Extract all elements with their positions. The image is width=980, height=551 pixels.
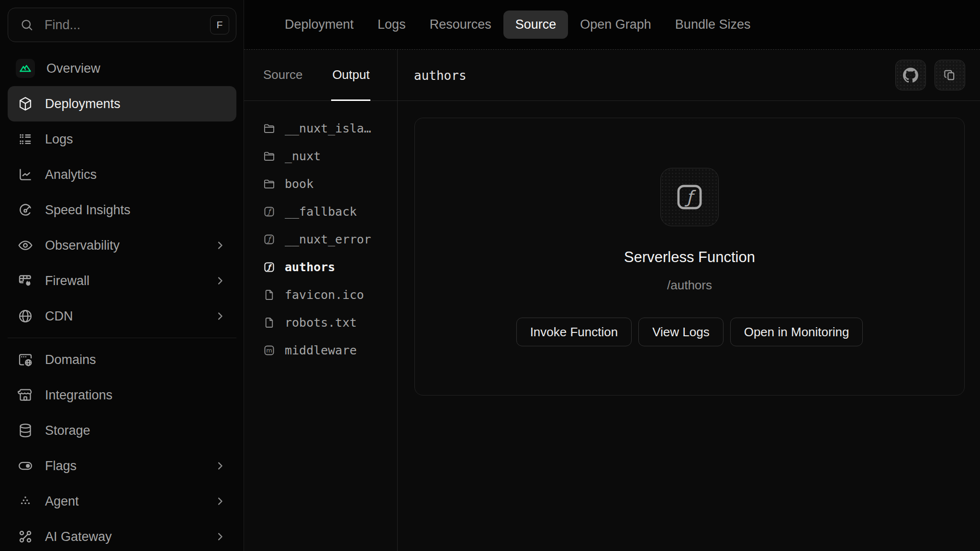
tree-item-name: favicon.ico — [285, 288, 364, 302]
sidebar-item-cdn[interactable]: CDN — [8, 298, 236, 334]
tree-item-name: _nuxt — [285, 149, 321, 163]
sidebar-item-label: Firewall — [45, 274, 89, 288]
chevron-right-icon — [213, 530, 227, 543]
function-icon: ƒ — [263, 233, 276, 246]
chevron-right-icon — [213, 495, 227, 508]
tree-item-middleware[interactable]: m middleware — [244, 336, 397, 364]
sidebar-nav: Overview Deployments Logs Analytics — [0, 51, 244, 551]
search-input[interactable] — [45, 18, 210, 33]
chevron-right-icon — [213, 274, 227, 287]
function-path: /authors — [667, 278, 712, 293]
github-icon — [903, 67, 918, 83]
tree-item-file[interactable]: robots.txt — [244, 309, 397, 336]
tree-item-file[interactable]: favicon.ico — [244, 281, 397, 309]
tree-item-name: __nuxt_isla… — [285, 121, 371, 135]
sidebar-item-agent[interactable]: Agent — [8, 484, 236, 519]
tree-item-function[interactable]: ƒ __fallback — [244, 198, 397, 225]
sidebar-item-label: Flags — [45, 459, 77, 474]
deployment-top-nav: Deployment Logs Resources Source Open Gr… — [244, 0, 980, 50]
tab-open-graph[interactable]: Open Graph — [568, 11, 663, 39]
globe-icon — [17, 308, 33, 324]
folder-icon — [263, 122, 276, 135]
view-logs-button[interactable]: View Logs — [638, 318, 724, 346]
search-icon — [20, 18, 34, 32]
svg-text:ƒ: ƒ — [267, 263, 272, 271]
tree-item-name: authors — [285, 260, 335, 274]
cube-icon — [17, 96, 33, 112]
sidebar-item-observability[interactable]: Observability — [8, 228, 236, 263]
tree-item-function-selected[interactable]: ƒ authors — [244, 253, 397, 281]
sidebar-item-speed-insights[interactable]: Speed Insights — [8, 192, 236, 228]
logs-icon — [17, 131, 33, 147]
selected-file-title: authors — [414, 50, 467, 101]
tab-source[interactable]: Source — [503, 11, 568, 39]
tree-item-name: __fallback — [285, 205, 357, 219]
sidebar-item-analytics[interactable]: Analytics — [8, 157, 236, 192]
sidebar-item-label: Analytics — [45, 167, 97, 182]
folder-icon — [263, 150, 276, 163]
tab-bundle-sizes[interactable]: Bundle Sizes — [663, 11, 763, 39]
tree-item-function[interactable]: ƒ __nuxt_error — [244, 225, 397, 253]
flags-toggle-icon — [17, 458, 33, 474]
browser-globe-icon — [17, 352, 33, 368]
database-icon — [17, 422, 33, 439]
source-panel-header: Source Output authors — [244, 50, 980, 101]
chevron-right-icon — [213, 459, 227, 473]
tab-deployment[interactable]: Deployment — [273, 11, 366, 39]
function-actions: Invoke Function View Logs Open in Monito… — [516, 318, 863, 346]
shortcut-badge: F — [210, 15, 229, 34]
tree-item-name: __nuxt_error — [285, 232, 371, 246]
chevron-right-icon — [213, 309, 227, 323]
svg-text:ƒ: ƒ — [684, 187, 696, 207]
tree-item-name: middleware — [285, 343, 357, 357]
tab-resources[interactable]: Resources — [418, 11, 503, 39]
tree-item-folder[interactable]: _nuxt — [244, 142, 397, 170]
svg-text:m: m — [266, 347, 272, 354]
invoke-function-button[interactable]: Invoke Function — [516, 318, 632, 346]
source-output-tabs: Source Output — [262, 50, 370, 101]
sidebar-item-label: Integrations — [45, 388, 112, 403]
file-icon — [263, 316, 276, 329]
storefront-icon — [17, 387, 33, 403]
tree-item-folder[interactable]: book — [244, 170, 397, 198]
sidebar-item-label: AI Gateway — [45, 529, 112, 544]
sidebar-item-label: Domains — [45, 353, 96, 367]
serverless-function-card: ƒ Serverless Function /authors Invoke Fu… — [414, 118, 965, 396]
sidebar-item-overview[interactable]: Overview — [8, 51, 236, 86]
sidebar-divider — [8, 338, 236, 338]
sidebar: F Overview Deployments Logs — [0, 0, 244, 551]
tree-item-folder[interactable]: __nuxt_isla… — [244, 114, 397, 142]
github-button[interactable] — [895, 60, 926, 90]
sidebar-item-flags[interactable]: Flags — [8, 448, 236, 484]
function-icon: ƒ — [263, 205, 276, 218]
copy-icon — [943, 68, 957, 82]
sidebar-item-storage[interactable]: Storage — [8, 413, 236, 448]
copy-button[interactable] — [935, 60, 965, 90]
output-file-tree: __nuxt_isla… _nuxt book ƒ __fallback ƒ _… — [244, 101, 397, 364]
sidebar-item-label: Logs — [45, 132, 73, 147]
sidebar-item-domains[interactable]: Domains — [8, 342, 236, 377]
sidebar-item-label: Speed Insights — [45, 203, 131, 218]
firewall-icon — [17, 273, 33, 289]
sidebar-item-ai-gateway[interactable]: AI Gateway — [8, 519, 236, 551]
sidebar-item-firewall[interactable]: Firewall — [8, 263, 236, 298]
project-logo-icon — [16, 59, 35, 78]
tree-item-name: robots.txt — [285, 316, 357, 330]
sidebar-item-label: Deployments — [45, 97, 121, 111]
agent-dots-icon — [17, 493, 33, 509]
function-icon: ƒ — [263, 261, 276, 274]
open-in-monitoring-button[interactable]: Open in Monitoring — [730, 318, 863, 346]
sidebar-item-deployments[interactable]: Deployments — [8, 86, 236, 121]
tab-panel-output[interactable]: Output — [331, 50, 370, 101]
sidebar-item-label: Storage — [45, 423, 90, 438]
sidebar-item-integrations[interactable]: Integrations — [8, 377, 236, 413]
source-workspace: Source Output authors __nuxt_isla… — [244, 50, 980, 551]
middleware-icon: m — [263, 344, 276, 357]
analytics-icon — [17, 166, 33, 183]
tab-logs[interactable]: Logs — [366, 11, 418, 39]
tab-panel-source[interactable]: Source — [262, 50, 303, 101]
tree-item-name: book — [285, 177, 313, 191]
sidebar-item-logs[interactable]: Logs — [8, 121, 236, 157]
search-box[interactable]: F — [8, 8, 236, 42]
vercel-deployment-page: F Overview Deployments Logs — [0, 0, 980, 551]
